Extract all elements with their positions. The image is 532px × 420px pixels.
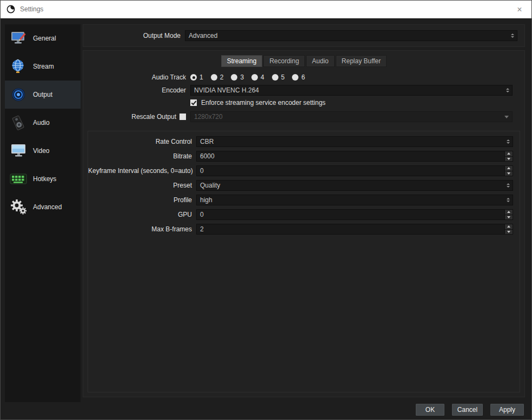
titlebar: Settings × [1, 1, 531, 18]
keyframe-interval-value: 0 [200, 167, 204, 175]
spin-up-button[interactable] [505, 151, 513, 156]
audio-track-radio-2[interactable] [211, 74, 217, 81]
audio-track-radio-group: 1 2 3 4 5 6 [190, 74, 312, 81]
audio-track-option-label: 2 [220, 74, 224, 81]
output-mode-label: Output Mode [83, 32, 181, 39]
audio-track-option-label: 5 [281, 74, 285, 81]
gpu-value: 0 [200, 211, 204, 218]
spin-down-button[interactable] [505, 215, 513, 220]
down-arrow-icon [507, 172, 510, 175]
up-arrow-icon [507, 225, 510, 228]
sidebar-item-video[interactable]: Video [5, 137, 81, 165]
spin-up-button[interactable] [505, 224, 513, 229]
audio-track-option-label: 4 [261, 74, 264, 81]
monitor-pencil-icon [9, 30, 28, 46]
globe-icon [9, 58, 28, 75]
settings-window: Settings × General [0, 0, 532, 420]
down-arrow-icon [507, 231, 510, 233]
sidebar-item-label: Advanced [33, 203, 62, 211]
encoder-settings-group: Rate Control CBR Bitrate 6000 [88, 131, 520, 392]
up-arrow-icon [507, 211, 510, 213]
apply-button[interactable]: Apply [490, 404, 524, 416]
audio-track-label: Audio Track [83, 74, 186, 81]
sidebar-item-advanced[interactable]: Advanced [5, 193, 81, 221]
combo-arrows-icon [507, 137, 510, 146]
close-icon[interactable]: × [513, 1, 526, 18]
tab-audio[interactable]: Audio [306, 55, 335, 67]
audio-track-radio-4[interactable] [251, 74, 258, 81]
tab-streaming[interactable]: Streaming [221, 55, 263, 67]
max-bframes-spinbox[interactable]: 2 [196, 224, 513, 235]
tab-label: Audio [312, 57, 329, 65]
rescale-output-checkbox[interactable] [179, 114, 186, 120]
encoder-label: Encoder [83, 86, 186, 94]
audio-track-radio-3[interactable] [231, 74, 237, 81]
combo-arrows-icon [506, 85, 509, 95]
display-icon [9, 143, 28, 159]
audio-track-radio-6[interactable] [292, 74, 298, 81]
audio-track-radio-1[interactable] [190, 74, 197, 81]
spin-buttons [504, 224, 513, 234]
output-mode-panel: Output Mode Advanced [83, 24, 525, 47]
spin-up-button[interactable] [505, 166, 513, 171]
rescale-row: Rescale Output 1280x720 [83, 111, 524, 122]
max-bframes-row: Max B-frames 2 [88, 224, 513, 235]
sidebar-item-output[interactable]: Output [5, 81, 81, 109]
sidebar-item-hotkeys[interactable]: Hotkeys [5, 165, 81, 193]
down-arrow-icon [507, 158, 510, 160]
output-tabbar: Streaming Recording Audio Replay Buffer [83, 55, 524, 67]
enforce-row: Enforce streaming service encoder settin… [83, 99, 524, 106]
tab-recording[interactable]: Recording [263, 55, 305, 67]
audio-track-option-label: 1 [200, 74, 203, 81]
enforce-encoder-label: Enforce streaming service encoder settin… [201, 99, 325, 106]
rate-control-row: Rate Control CBR [88, 136, 513, 147]
footer-buttons: OK Cancel Apply [416, 404, 524, 416]
rescale-resolution-select[interactable]: 1280x720 [190, 111, 513, 122]
encoder-row: Encoder NVIDIA NVENC H.264 [83, 85, 524, 96]
rate-control-value: CBR [200, 138, 214, 145]
up-arrow-icon [507, 152, 510, 155]
rescale-output-label: Rescale Output [131, 113, 176, 121]
sidebar: General Stream [5, 24, 81, 402]
rescale-label-group: Rescale Output [83, 113, 186, 121]
combo-arrows-icon [507, 181, 510, 190]
keyframe-interval-spinbox[interactable]: 0 [196, 165, 513, 176]
sidebar-item-label: Stream [33, 63, 54, 70]
tab-replay-buffer[interactable]: Replay Buffer [336, 55, 387, 67]
tab-label: Recording [269, 57, 299, 65]
sidebar-item-audio[interactable]: Audio [5, 109, 81, 137]
max-bframes-label: Max B-frames [88, 225, 192, 233]
down-arrow-icon [507, 216, 510, 218]
chevron-down-icon [504, 116, 509, 118]
spin-down-button[interactable] [505, 229, 513, 235]
preset-select[interactable]: Quality [196, 180, 513, 191]
gpu-label: GPU [88, 211, 192, 218]
spin-down-button[interactable] [505, 171, 513, 176]
profile-select[interactable]: high [196, 195, 513, 205]
max-bframes-value: 2 [200, 225, 204, 233]
profile-value: high [200, 196, 212, 204]
signal-icon [9, 86, 28, 103]
bitrate-spinbox[interactable]: 6000 [196, 151, 513, 162]
sidebar-item-general[interactable]: General [5, 24, 81, 52]
enforce-encoder-checkbox[interactable] [190, 99, 197, 106]
rescale-resolution-value: 1280x720 [194, 113, 223, 121]
tab-label: Replay Buffer [342, 57, 381, 65]
spin-buttons [504, 151, 513, 161]
ok-button[interactable]: OK [416, 404, 444, 416]
audio-track-option-label: 6 [301, 74, 305, 81]
rate-control-select[interactable]: CBR [196, 136, 513, 147]
keyboard-icon [9, 171, 28, 187]
audio-track-radio-5[interactable] [272, 74, 278, 81]
encoder-select[interactable]: NVIDIA NVENC H.264 [190, 85, 513, 96]
audio-track-row: Audio Track 1 2 3 4 5 6 [83, 74, 524, 81]
spin-up-button[interactable] [505, 210, 513, 215]
profile-label: Profile [88, 196, 192, 204]
cancel-button[interactable]: Cancel [452, 404, 483, 416]
output-mode-select[interactable]: Advanced [185, 30, 517, 41]
gpu-spinbox[interactable]: 0 [196, 209, 513, 220]
encoder-value: NVIDIA NVENC H.264 [194, 86, 259, 94]
spin-down-button[interactable] [505, 156, 513, 162]
combo-arrows-icon [511, 31, 514, 41]
sidebar-item-stream[interactable]: Stream [5, 52, 81, 81]
